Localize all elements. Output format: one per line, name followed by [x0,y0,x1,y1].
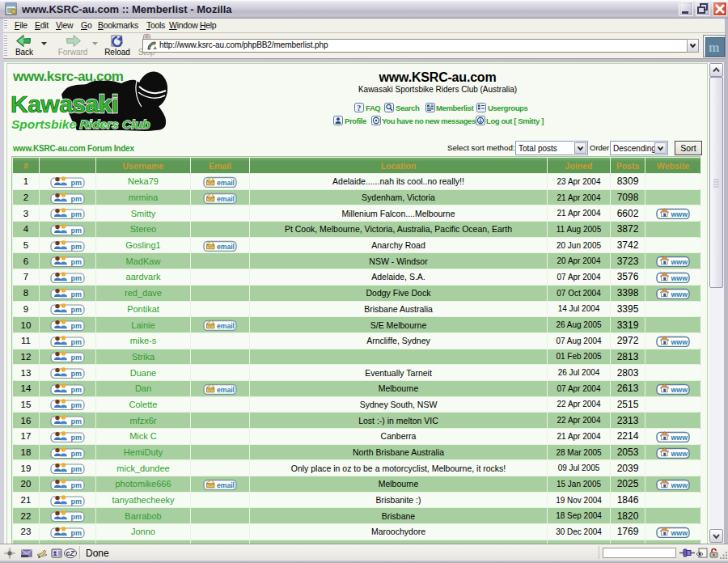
svg-text:pm: pm [71,465,83,473]
svg-text:pm: pm [71,242,83,250]
svg-text:www: www [671,337,688,345]
svg-text:email: email [217,194,235,202]
svg-text:email: email [217,385,235,393]
svg-text:pm: pm [71,449,83,457]
svg-text:pm: pm [71,210,83,218]
svg-text:pm: pm [71,338,83,346]
svg-text:pm: pm [71,497,83,505]
svg-text:pm: pm [71,481,83,489]
svg-text:pm: pm [71,194,83,202]
svg-text:www: www [671,290,688,298]
svg-text:pm: pm [71,401,83,409]
svg-text:pm: pm [71,353,83,362]
svg-text:email: email [217,481,235,489]
svg-text:pm: pm [71,290,83,298]
svg-text:pm: pm [71,417,83,425]
svg-text:pm: pm [71,258,83,266]
svg-text:pm: pm [71,322,83,330]
svg-text:m: m [709,40,720,54]
svg-text:www: www [671,433,688,441]
svg-text:www: www [671,449,688,457]
svg-text:pm: pm [71,274,83,282]
svg-text:pm: pm [71,306,83,314]
svg-text:www: www [671,481,688,489]
svg-text:email: email [217,178,235,186]
svg-text:www: www [671,258,688,266]
svg-text:pm: pm [71,513,83,521]
svg-text:Kawasaki: Kawasaki [11,91,118,117]
svg-text:email: email [217,242,235,250]
svg-text:pm: pm [71,226,83,235]
svg-text:www: www [671,385,688,393]
svg-text:email: email [217,322,235,330]
svg-text:pm: pm [71,386,83,394]
svg-text:pm: pm [71,179,83,187]
svg-text:pm: pm [71,529,83,537]
svg-text:pm: pm [71,370,83,378]
svg-text:?: ? [357,104,361,112]
svg-text:www: www [671,274,688,282]
svg-text:www: www [671,529,688,537]
svg-text:cZ: cZ [66,549,75,557]
svg-text:Sportsbike Riders Club: Sportsbike Riders Club [11,117,150,131]
svg-text:www: www [671,210,688,218]
svg-text:pm: pm [71,434,83,442]
